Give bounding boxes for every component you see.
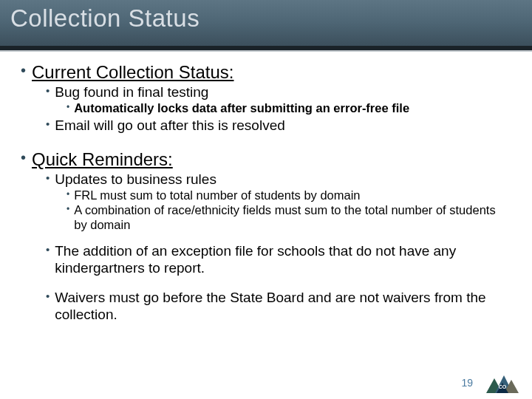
item-text: FRL must sum to total number of students… <box>74 188 360 203</box>
bullet-icon: • <box>66 188 69 200</box>
item-text: Automatically locks data after submittin… <box>74 101 409 116</box>
bullet-icon: • <box>66 203 69 215</box>
bullet-icon: • <box>21 62 26 78</box>
bullet-icon: • <box>46 290 50 304</box>
title-band: Collection Status <box>0 0 532 46</box>
bullet-icon: • <box>46 243 50 257</box>
item-text: Waivers must go before the State Board a… <box>55 290 511 324</box>
section-heading: Current Collection Status: <box>32 62 233 83</box>
item-text: A combination of race/ethnicity fields m… <box>74 203 511 233</box>
colorado-logo-icon: CO <box>486 372 519 393</box>
logo-label: CO <box>499 384 507 389</box>
bullet-icon: • <box>46 117 50 132</box>
bullet-icon: • <box>46 171 50 185</box>
section-current-status: • Current Collection Status: • Bug found… <box>21 62 511 134</box>
list-item: • Bug found in final testing • Automatic… <box>46 84 511 117</box>
list-item: • The addition of an exception file for … <box>46 243 511 277</box>
bullet-icon: • <box>21 149 26 166</box>
page-number: 19 <box>461 377 473 389</box>
list-item: • FRL must sum to total number of studen… <box>66 188 511 203</box>
bullet-icon: • <box>46 84 50 98</box>
list-item: • Automatically locks data after submitt… <box>66 101 511 116</box>
content-area: • Current Collection Status: • Bug found… <box>0 52 532 324</box>
item-text: Email will go out after this is resolved <box>55 117 285 134</box>
footer: 19 CO <box>461 372 519 393</box>
section-heading: Quick Reminders: <box>32 149 173 170</box>
slide-title: Collection Status <box>10 4 522 33</box>
list-item: • Email will go out after this is resolv… <box>46 117 511 134</box>
item-text: Updates to business rules <box>55 171 216 188</box>
item-text: Bug found in final testing <box>55 84 208 101</box>
section-quick-reminders: • Quick Reminders: • Updates to business… <box>21 149 511 324</box>
list-item: • Waivers must go before the State Board… <box>46 290 511 324</box>
item-text: The addition of an exception file for sc… <box>55 243 511 277</box>
list-item: • A combination of race/ethnicity fields… <box>66 203 511 233</box>
bullet-icon: • <box>66 101 69 113</box>
list-item: • Updates to business rules • FRL must s… <box>46 171 511 233</box>
